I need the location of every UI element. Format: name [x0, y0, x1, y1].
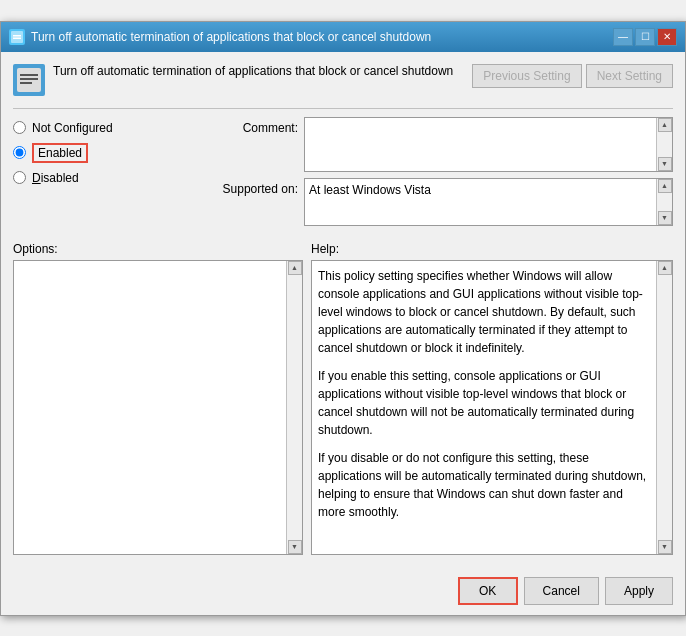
- comment-field-col: [304, 117, 673, 172]
- enabled-label-box: Enabled: [32, 143, 88, 163]
- options-panel: [13, 260, 303, 555]
- header-buttons: Previous Setting Next Setting: [472, 64, 673, 88]
- comment-row: Comment:: [213, 117, 673, 172]
- left-panel: Not Configured Enabled Disabled: [13, 117, 213, 232]
- radio-enabled[interactable]: Enabled: [13, 143, 201, 163]
- next-setting-button[interactable]: Next Setting: [586, 64, 673, 88]
- svg-rect-2: [13, 37, 21, 39]
- radio-disabled[interactable]: Disabled: [13, 171, 201, 185]
- close-button[interactable]: ✕: [657, 28, 677, 46]
- help-section: Help: This policy setting specifies whet…: [311, 242, 673, 555]
- supported-scroll-down[interactable]: [658, 211, 672, 225]
- comment-textarea[interactable]: [305, 118, 656, 171]
- maximize-button[interactable]: ☐: [635, 28, 655, 46]
- policy-icon: [13, 64, 45, 96]
- supported-on-value: At least Windows Vista: [305, 179, 672, 225]
- help-text: This policy setting specifies whether Wi…: [312, 261, 672, 527]
- not-configured-label: Not Configured: [32, 121, 113, 135]
- supported-scroll-up[interactable]: [658, 179, 672, 193]
- apply-button[interactable]: Apply: [605, 577, 673, 605]
- comment-scroll-down[interactable]: [658, 157, 672, 171]
- supported-on-field-col: At least Windows Vista: [304, 178, 673, 226]
- help-panel: This policy setting specifies whether Wi…: [311, 260, 673, 555]
- dialog-window: Turn off automatic termination of applic…: [0, 21, 686, 616]
- title-bar-controls: — ☐ ✕: [613, 28, 677, 46]
- radio-not-configured[interactable]: Not Configured: [13, 121, 201, 135]
- disabled-label: Disabled: [32, 171, 79, 185]
- not-configured-radio[interactable]: [13, 121, 26, 134]
- supported-scrollbar: [656, 179, 672, 225]
- window-icon: [9, 29, 25, 45]
- help-paragraph-1: This policy setting specifies whether Wi…: [318, 267, 652, 357]
- main-section: Not Configured Enabled Disabled: [13, 117, 673, 232]
- radio-group: Not Configured Enabled Disabled: [13, 121, 201, 185]
- right-panel: Comment: Supported on:: [213, 117, 673, 232]
- header-divider: [13, 108, 673, 109]
- help-title: Help:: [311, 242, 673, 256]
- header-description: Turn off automatic termination of applic…: [53, 64, 464, 78]
- svg-rect-1: [13, 35, 21, 37]
- title-bar: Turn off automatic termination of applic…: [1, 22, 685, 52]
- svg-rect-5: [20, 78, 38, 80]
- dialog-footer: OK Cancel Apply: [1, 567, 685, 615]
- window-title: Turn off automatic termination of applic…: [31, 30, 431, 44]
- options-title: Options:: [13, 242, 303, 256]
- header-row: Turn off automatic termination of applic…: [13, 64, 673, 96]
- ok-button[interactable]: OK: [458, 577, 518, 605]
- supported-on-label: Supported on:: [213, 178, 298, 196]
- comment-scrollbar: [656, 118, 672, 171]
- help-paragraph-2: If you enable this setting, console appl…: [318, 367, 652, 439]
- help-scrollbar: [656, 261, 672, 554]
- dialog-content: Turn off automatic termination of applic…: [1, 52, 685, 567]
- options-scrollbar: [286, 261, 302, 554]
- cancel-button[interactable]: Cancel: [524, 577, 599, 605]
- previous-setting-button[interactable]: Previous Setting: [472, 64, 581, 88]
- help-paragraph-3: If you disable or do not configure this …: [318, 449, 652, 521]
- comment-label: Comment:: [213, 117, 298, 135]
- title-bar-left: Turn off automatic termination of applic…: [9, 29, 431, 45]
- options-scroll-down[interactable]: [288, 540, 302, 554]
- enabled-label: Enabled: [38, 146, 82, 160]
- svg-rect-6: [20, 82, 32, 84]
- comment-scroll-up[interactable]: [658, 118, 672, 132]
- supported-on-row: Supported on: At least Windows Vista: [213, 178, 673, 226]
- options-help-row: Options: Help: This policy setting speci…: [13, 242, 673, 555]
- options-scroll-up[interactable]: [288, 261, 302, 275]
- disabled-radio[interactable]: [13, 171, 26, 184]
- help-scroll-up[interactable]: [658, 261, 672, 275]
- enabled-radio[interactable]: [13, 146, 26, 159]
- help-scroll-down[interactable]: [658, 540, 672, 554]
- svg-rect-0: [11, 31, 23, 43]
- svg-rect-4: [20, 74, 38, 76]
- minimize-button[interactable]: —: [613, 28, 633, 46]
- options-section: Options:: [13, 242, 303, 555]
